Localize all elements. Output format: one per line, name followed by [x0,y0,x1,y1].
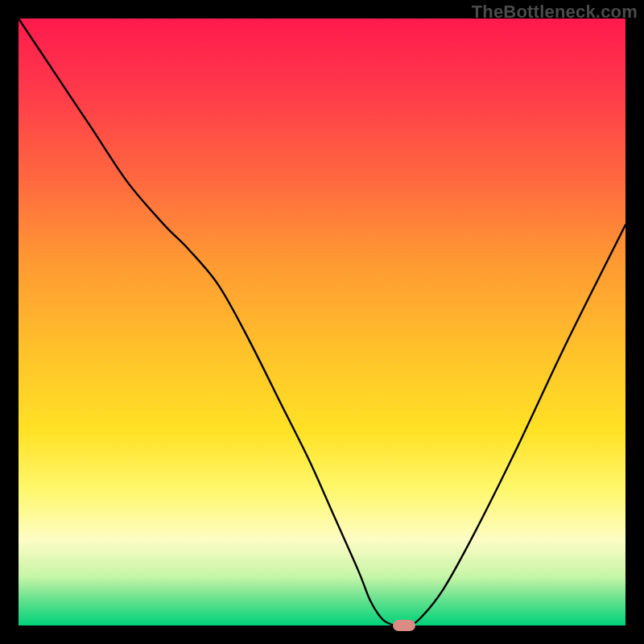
plot-area [19,19,625,625]
watermark-text: TheBottleneck.com [472,2,638,23]
curve-path [19,19,625,625]
chart-frame: TheBottleneck.com [0,0,644,644]
bottleneck-curve [19,19,625,625]
optimum-marker [393,620,415,631]
